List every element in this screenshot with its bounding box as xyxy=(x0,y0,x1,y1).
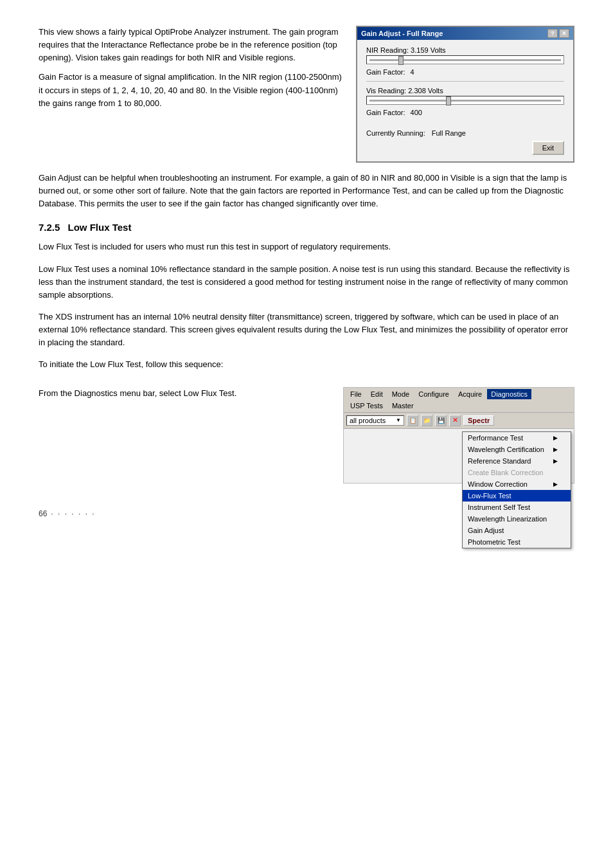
top-section: This view shows a fairly typical OptiPro… xyxy=(39,26,574,163)
spectr-button[interactable]: Spectr xyxy=(463,415,494,426)
diagnostics-dropdown-container: Performance Test ▶ Wavelength Certificat… xyxy=(346,431,571,478)
wavelength-cert-arrow: ▶ xyxy=(553,446,558,453)
menu-configure[interactable]: Configure xyxy=(414,389,453,399)
gain-adjust-label: Gain Adjust xyxy=(468,527,504,534)
bottom-section: From the Diagnostics menu bar, select Lo… xyxy=(39,387,574,484)
vis-reading-row: Vis Reading: 2.308 Volts xyxy=(366,87,564,105)
vis-slider-thumb xyxy=(446,96,451,105)
menu-low-flux-test[interactable]: Low-Flux Test xyxy=(463,490,571,502)
nir-gain-factor-row: Gain Factor: 4 xyxy=(366,68,564,76)
menu-reference-standard[interactable]: Reference Standard ▶ xyxy=(463,455,571,467)
bottom-instruction-text: From the Diagnostics menu bar, select Lo… xyxy=(39,387,330,400)
nir-reading-row: NIR Reading: 3.159 Volts xyxy=(366,46,564,64)
photometric-test-label: Photometric Test xyxy=(468,538,520,546)
menu-menubar: File Edit Mode Configure Acquire Diagnos… xyxy=(344,388,574,413)
reference-standard-label: Reference Standard xyxy=(468,457,531,465)
window-correction-arrow: ▶ xyxy=(553,481,558,487)
dialog-title: Gain Adjust - Full Range xyxy=(361,30,443,37)
low-flux-para-4: To initiate the Low Flux Test, follow th… xyxy=(39,358,574,371)
menu-performance-test[interactable]: Performance Test ▶ xyxy=(463,432,571,444)
menu-photometric-test[interactable]: Photometric Test xyxy=(463,536,571,548)
window-correction-label: Window Correction xyxy=(468,480,528,488)
nir-gain-label: Gain Factor: xyxy=(366,68,405,76)
menu-file[interactable]: File xyxy=(346,389,366,399)
menu-create-blank-correction: Create Blank Correction xyxy=(463,467,571,478)
low-flux-para-2: Low Flux Test uses a nominal 10% reflect… xyxy=(39,263,574,302)
vis-reading-label: Vis Reading: 2.308 Volts xyxy=(366,87,564,95)
instrument-self-test-label: Instrument Self Test xyxy=(468,503,530,511)
nir-slider-track xyxy=(369,59,561,61)
low-flux-para-1: Low Flux Test is included for users who … xyxy=(39,240,574,253)
menu-diagnostics[interactable]: Diagnostics xyxy=(487,389,531,399)
menu-wavelength-certification[interactable]: Wavelength Certification ▶ xyxy=(463,444,571,455)
menu-usp-tests[interactable]: USP Tests xyxy=(346,401,387,411)
vis-gain-label: Gain Factor: xyxy=(366,109,405,116)
exit-button[interactable]: Exit xyxy=(532,141,564,155)
close-icon[interactable]: ✕ xyxy=(449,415,461,426)
save-icon[interactable]: 💾 xyxy=(435,415,447,426)
spectr-label: Spectr xyxy=(468,417,490,424)
menu-master[interactable]: Master xyxy=(388,401,418,411)
performance-test-arrow: ▶ xyxy=(553,435,558,441)
create-blank-correction-label: Create Blank Correction xyxy=(468,469,543,476)
menu-acquire[interactable]: Acquire xyxy=(454,389,486,399)
menu-mode[interactable]: Mode xyxy=(388,389,414,399)
currently-running-value: Full Range xyxy=(432,129,466,137)
currently-running-row: Currently Running: Full Range xyxy=(366,129,564,137)
menu-window-area: Sample Performance Test ▶ Wavelength Cer… xyxy=(344,429,574,480)
open-icon[interactable]: 📁 xyxy=(421,415,432,426)
low-flux-test-label: Low-Flux Test xyxy=(468,492,511,500)
menu-edit[interactable]: Edit xyxy=(367,389,387,399)
gain-adjust-dialog: Gain Adjust - Full Range ? ✕ NIR Reading… xyxy=(356,26,574,163)
menu-toolbar: all products ▼ 📋 📁 💾 ✕ Spectr xyxy=(344,413,574,429)
reference-standard-arrow: ▶ xyxy=(553,458,558,464)
diagnostics-dropdown-menu: Performance Test ▶ Wavelength Certificat… xyxy=(462,431,571,548)
top-para-1: This view shows a fairly typical OptiPro… xyxy=(39,26,343,64)
low-flux-para-3: The XDS instrument has an internal 10% n… xyxy=(39,311,574,349)
dialog-titlebar: Gain Adjust - Full Range ? ✕ xyxy=(357,27,573,40)
divider xyxy=(366,81,564,82)
vis-gain-value: 400 xyxy=(411,109,422,116)
vis-gain-factor-row: Gain Factor: 400 xyxy=(366,109,564,116)
copy-icon[interactable]: 📋 xyxy=(407,415,418,426)
dropdown-arrow-icon: ▼ xyxy=(396,417,401,423)
vis-slider-track xyxy=(369,100,561,102)
top-para-2: Gain Factor is a measure of signal ampli… xyxy=(39,71,343,109)
product-dropdown[interactable]: all products ▼ xyxy=(346,415,404,426)
menu-gain-adjust[interactable]: Gain Adjust xyxy=(463,525,571,536)
dialog-body: NIR Reading: 3.159 Volts Gain Factor: 4 … xyxy=(357,40,573,161)
top-text-block: This view shows a fairly typical OptiPro… xyxy=(39,26,343,163)
menu-instrument-self-test[interactable]: Instrument Self Test xyxy=(463,502,571,513)
close-button[interactable]: ✕ xyxy=(559,29,569,38)
body-paragraph: Gain Adjust can be helpful when troubles… xyxy=(39,172,574,210)
performance-test-label: Performance Test xyxy=(468,434,523,442)
nir-slider-thumb xyxy=(398,56,404,65)
section-number: 7.2.5 xyxy=(39,222,60,233)
nir-gain-value: 4 xyxy=(411,68,414,76)
titlebar-buttons: ? ✕ xyxy=(547,29,569,38)
nir-reading-label: NIR Reading: 3.159 Volts xyxy=(366,46,564,54)
menu-screenshot: File Edit Mode Configure Acquire Diagnos… xyxy=(343,387,574,484)
menu-wavelength-linearization[interactable]: Wavelength Linearization xyxy=(463,513,571,525)
page-dots: · · · · · · · xyxy=(51,509,95,518)
nir-slider[interactable] xyxy=(366,55,564,64)
bottom-instruction: From the Diagnostics menu bar, select Lo… xyxy=(39,387,330,484)
menu-window-correction[interactable]: Window Correction ▶ xyxy=(463,478,571,490)
page-num: 66 xyxy=(39,509,47,518)
currently-running-label: Currently Running: xyxy=(366,129,425,137)
product-dropdown-value: all products xyxy=(350,417,386,424)
page-content: This view shows a fairly typical OptiPro… xyxy=(39,26,574,518)
wavelength-linearization-label: Wavelength Linearization xyxy=(468,515,547,523)
help-button[interactable]: ? xyxy=(547,29,558,38)
section-title: Low Flux Test xyxy=(68,222,132,233)
vis-slider[interactable] xyxy=(366,96,564,105)
section-heading: 7.2.5 Low Flux Test xyxy=(39,222,574,233)
wavelength-cert-label: Wavelength Certification xyxy=(468,446,544,453)
